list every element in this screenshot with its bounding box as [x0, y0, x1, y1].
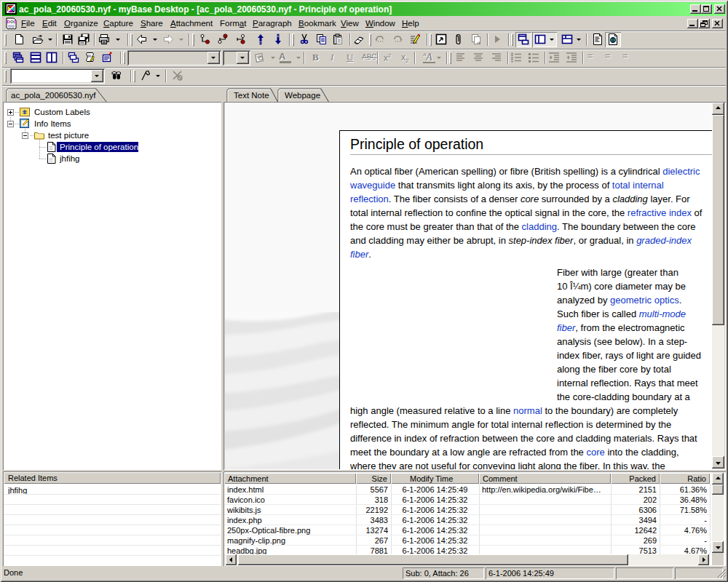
svg-text:%: % [87, 54, 92, 58]
svg-text:C: C [13, 19, 17, 24]
